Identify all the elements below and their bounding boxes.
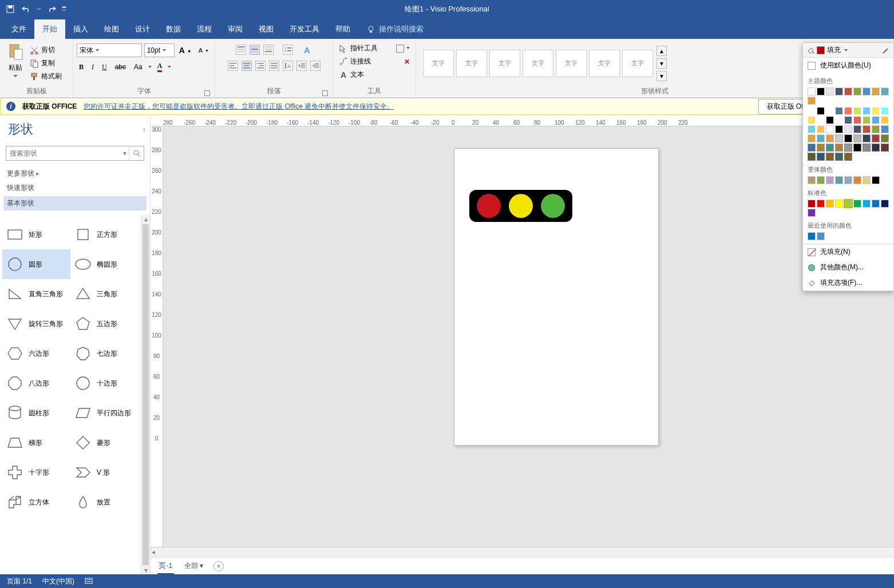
shape-style-5[interactable]: 文字 xyxy=(556,50,587,77)
color-swatch[interactable] xyxy=(826,134,834,142)
format-painter-button[interactable]: 格式刷 xyxy=(27,70,64,82)
color-swatch[interactable] xyxy=(853,200,861,208)
color-swatch[interactable] xyxy=(835,88,843,96)
color-swatch[interactable] xyxy=(844,107,852,115)
align-left-button[interactable] xyxy=(228,61,238,71)
color-swatch[interactable] xyxy=(835,116,843,124)
connector-tool-button[interactable]: 连接线 ✕ xyxy=(337,55,412,67)
shape-item-6[interactable]: 旋转三角形 xyxy=(2,309,70,339)
text-tool-button[interactable]: A文本 xyxy=(337,69,412,81)
shape-item-3[interactable]: 椭圆形 xyxy=(70,249,139,279)
style-scroll-down[interactable]: ▾ xyxy=(656,58,667,69)
color-swatch[interactable] xyxy=(872,116,880,124)
shape-style-1[interactable]: 文字 xyxy=(423,50,454,77)
shape-item-4[interactable]: 直角三角形 xyxy=(2,279,70,309)
shapes-search-input[interactable] xyxy=(6,149,121,157)
tab-insert[interactable]: 插入 xyxy=(65,19,96,39)
color-swatch[interactable] xyxy=(808,200,816,208)
align-center-button[interactable] xyxy=(242,61,252,71)
color-swatch[interactable] xyxy=(872,107,880,115)
align-top-button[interactable] xyxy=(236,45,246,55)
color-swatch[interactable] xyxy=(808,176,816,184)
msg-body-link[interactable]: 您的许可证并非正版，您可能是盗版软件的受害者。立即通过正版 Office 避免中… xyxy=(84,102,394,112)
color-swatch[interactable] xyxy=(853,107,861,115)
color-swatch[interactable] xyxy=(808,153,816,161)
shape-style-6[interactable]: 文字 xyxy=(589,50,620,77)
pointer-tool-button[interactable]: 指针工具 xyxy=(337,42,412,54)
paste-button[interactable]: 粘贴 xyxy=(3,41,27,79)
color-swatch[interactable] xyxy=(817,232,825,240)
color-swatch[interactable] xyxy=(881,116,889,124)
color-swatch[interactable] xyxy=(826,107,834,115)
shape-item-0[interactable]: 矩形 xyxy=(2,220,70,249)
strike-button[interactable]: abc xyxy=(113,62,128,72)
shape-item-18[interactable]: 立方体 xyxy=(2,487,70,517)
tell-me-search[interactable]: 操作说明搜索 xyxy=(358,19,432,39)
shape-item-11[interactable]: 十边形 xyxy=(70,368,139,398)
shape-style-7[interactable]: 文字 xyxy=(622,50,653,77)
color-swatch[interactable] xyxy=(853,144,861,152)
bullets-button[interactable] xyxy=(283,45,293,55)
color-swatch[interactable] xyxy=(817,88,825,96)
shape-item-14[interactable]: 梯形 xyxy=(2,428,70,458)
use-default-color[interactable]: 使用默认颜色(U) xyxy=(803,58,893,73)
color-swatch[interactable] xyxy=(881,134,889,142)
shape-style-2[interactable]: 文字 xyxy=(456,50,487,77)
paragraph-dialog-launcher[interactable] xyxy=(322,90,328,96)
red-light[interactable] xyxy=(477,194,501,218)
cut-button[interactable]: 剪切 xyxy=(27,44,64,56)
tab-developer[interactable]: 开发工具 xyxy=(282,19,327,39)
macro-record-icon[interactable] xyxy=(85,577,93,586)
color-swatch[interactable] xyxy=(808,209,816,217)
font-dialog-launcher[interactable] xyxy=(204,90,210,96)
color-swatch[interactable] xyxy=(808,97,816,105)
underline-button[interactable]: U xyxy=(100,62,109,73)
shape-item-19[interactable]: 放置 xyxy=(70,487,139,517)
color-swatch[interactable] xyxy=(826,116,834,124)
shape-item-9[interactable]: 七边形 xyxy=(70,339,139,368)
color-swatch[interactable] xyxy=(872,134,880,142)
save-icon[interactable] xyxy=(5,3,16,15)
tab-process[interactable]: 流程 xyxy=(189,19,220,39)
page-tab-1[interactable]: 页-1 xyxy=(157,558,174,574)
tab-draw[interactable]: 绘图 xyxy=(96,19,127,39)
drawing-surface[interactable] xyxy=(163,126,894,547)
color-swatch[interactable] xyxy=(808,88,816,96)
color-swatch[interactable] xyxy=(863,125,871,133)
undo-icon[interactable] xyxy=(21,3,32,15)
color-swatch[interactable] xyxy=(881,144,889,152)
tab-data[interactable]: 数据 xyxy=(158,19,189,39)
color-swatch[interactable] xyxy=(817,134,825,142)
color-swatch[interactable] xyxy=(844,116,852,124)
color-swatch[interactable] xyxy=(881,107,889,115)
quick-shapes-link[interactable]: 快速形状 xyxy=(7,181,143,195)
color-swatch[interactable] xyxy=(853,88,861,96)
color-swatch[interactable] xyxy=(835,176,843,184)
shape-item-8[interactable]: 六边形 xyxy=(2,339,70,368)
color-swatch[interactable] xyxy=(863,88,871,96)
all-pages-dropdown[interactable]: 全部 ▾ xyxy=(184,561,203,571)
shape-item-10[interactable]: 八边形 xyxy=(2,368,70,398)
shape-item-13[interactable]: 平行四边形 xyxy=(70,398,139,428)
tab-home[interactable]: 开始 xyxy=(34,19,65,39)
color-swatch[interactable] xyxy=(844,134,852,142)
change-case-button[interactable]: Aa xyxy=(132,62,145,72)
color-swatch[interactable] xyxy=(817,116,825,124)
shrink-font-button[interactable]: A▼ xyxy=(196,46,211,55)
tab-help[interactable]: 帮助 xyxy=(327,19,358,39)
rotate-text-button[interactable]: A xyxy=(283,61,293,71)
color-swatch[interactable] xyxy=(872,200,880,208)
font-color-button[interactable]: A xyxy=(155,61,165,73)
color-swatch[interactable] xyxy=(863,176,871,184)
color-swatch[interactable] xyxy=(872,144,880,152)
no-fill-option[interactable]: 无填充(N) xyxy=(803,244,893,260)
shape-item-5[interactable]: 三角形 xyxy=(70,279,139,309)
drawing-page[interactable] xyxy=(454,148,659,446)
fill-button[interactable]: 填充 xyxy=(803,43,893,58)
add-page-button[interactable]: + xyxy=(213,561,224,571)
color-swatch[interactable] xyxy=(826,125,834,133)
color-swatch[interactable] xyxy=(853,125,861,133)
font-name-combo[interactable]: 宋体 xyxy=(77,43,142,57)
shape-item-7[interactable]: 五边形 xyxy=(70,309,139,339)
page-count[interactable]: 页面 1/1 xyxy=(7,577,32,586)
